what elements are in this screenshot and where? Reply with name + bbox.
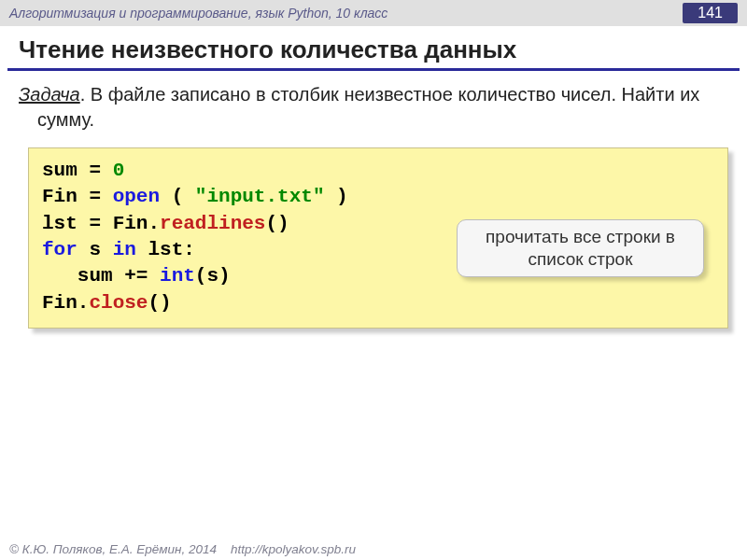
header-subject: Алгоритмизация и программирование, язык … xyxy=(9,6,388,21)
task-body: . В файле записано в столбик неизвестное… xyxy=(37,84,699,130)
task-text: Задача. В файле записано в столбик неизв… xyxy=(0,78,747,142)
title-underline xyxy=(7,68,740,71)
header-bar: Алгоритмизация и программирование, язык … xyxy=(0,0,747,26)
footer-url: http://kpolyakov.spb.ru xyxy=(231,542,356,556)
slide: Алгоритмизация и программирование, язык … xyxy=(0,0,747,560)
footer: © К.Ю. Поляков, Е.А. Ерёмин, 2014 http:/… xyxy=(9,542,356,556)
code-line-2: Fin = open ( "input.txt" ) xyxy=(42,184,714,210)
page-title: Чтение неизвестного количества данных xyxy=(0,26,747,68)
page-number: 141 xyxy=(683,3,738,23)
callout-note: прочитать все строки в список строк xyxy=(457,219,704,277)
task-label: Задача xyxy=(19,84,80,105)
code-line-1: sum = 0 xyxy=(42,158,714,184)
code-block: sum = 0 Fin = open ( "input.txt" ) lst =… xyxy=(28,147,728,329)
footer-copyright: © К.Ю. Поляков, Е.А. Ерёмин, 2014 xyxy=(9,542,217,556)
code-line-6: Fin.close() xyxy=(42,290,714,316)
